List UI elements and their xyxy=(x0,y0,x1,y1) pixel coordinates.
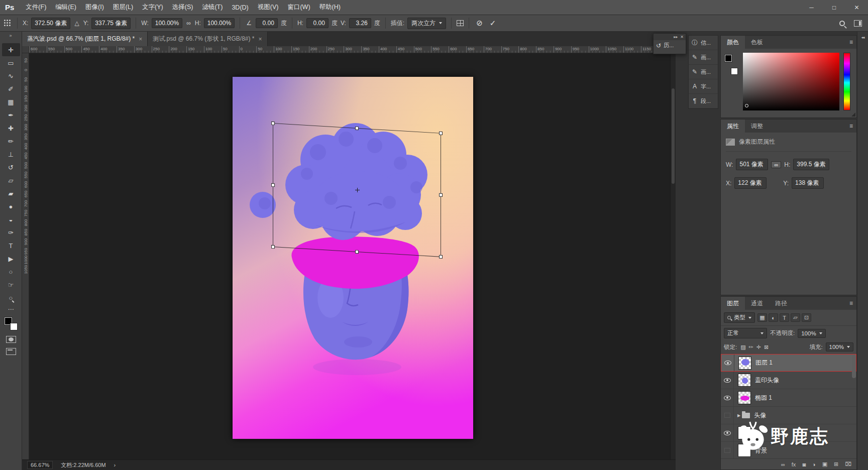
visibility-toggle[interactable] xyxy=(721,442,734,458)
search-icon[interactable] xyxy=(839,21,845,26)
ellipse-tool[interactable]: ○ xyxy=(2,265,20,278)
transform-handle-bottom-right[interactable] xyxy=(439,255,443,259)
lasso-tool[interactable]: ∿ xyxy=(2,69,20,82)
y-position-field[interactable]: 337.75 像素 xyxy=(91,18,131,29)
menu-item[interactable]: 文字(Y) xyxy=(138,0,168,15)
menu-item[interactable]: 滤镜(T) xyxy=(197,0,227,15)
layer-thumbnail[interactable] xyxy=(738,391,751,404)
gradient-tool[interactable]: ▰ xyxy=(2,187,20,200)
lock-pixels-icon[interactable]: ✏ xyxy=(748,344,754,350)
panel-resize-grip[interactable] xyxy=(851,112,855,116)
tab-layers[interactable]: 图层 xyxy=(721,297,745,310)
workspace-switcher-icon[interactable] xyxy=(854,20,862,27)
add-mask-icon[interactable]: ◙ xyxy=(802,461,806,467)
blur-tool[interactable]: ● xyxy=(2,200,20,213)
scrollbar-thumb[interactable] xyxy=(672,88,675,184)
quick-mask-icon[interactable] xyxy=(6,336,16,343)
fill-select[interactable]: 100% xyxy=(826,342,853,351)
layer-thumbnail[interactable] xyxy=(738,357,751,370)
hue-slider[interactable] xyxy=(843,53,850,110)
visibility-toggle[interactable] xyxy=(721,407,734,424)
panel-menu-icon[interactable]: ≡ xyxy=(849,123,853,130)
tab-swatches[interactable]: 色板 xyxy=(745,36,769,49)
layer-y-field[interactable]: 138 像素 xyxy=(792,177,824,189)
tab-adjustments[interactable]: 调整 xyxy=(745,120,769,133)
close-tab-icon[interactable]: × xyxy=(259,36,262,43)
menu-item[interactable]: 图层(L) xyxy=(108,0,138,15)
transform-handle-top-middle[interactable] xyxy=(355,127,359,130)
transform-reference-point[interactable] xyxy=(355,188,360,192)
visibility-toggle[interactable] xyxy=(721,424,734,441)
menu-item[interactable]: 文件(F) xyxy=(21,0,51,15)
menu-item[interactable]: 视图(V) xyxy=(253,0,283,15)
transform-handle-middle-left[interactable] xyxy=(271,183,275,186)
filter-type-layers-icon[interactable]: T xyxy=(780,313,789,322)
crop-tool[interactable]: ▦ xyxy=(2,95,20,108)
transform-handle-top-right[interactable] xyxy=(439,132,443,135)
height-scale-field[interactable]: 100.00% xyxy=(204,18,235,28)
layer-thumbnail[interactable] xyxy=(738,374,751,387)
layer-style-icon[interactable]: fx xyxy=(792,461,796,467)
visibility-toggle[interactable] xyxy=(721,389,734,406)
panel-menu-icon[interactable]: ≡ xyxy=(849,39,853,46)
expand-panel-icon[interactable]: ▸▸ xyxy=(674,35,678,39)
brush-presets-panel-icon[interactable]: ✎ 画... xyxy=(689,65,718,79)
commit-transform-button[interactable]: ✓ xyxy=(488,19,498,28)
color-swatches[interactable] xyxy=(5,317,18,330)
ruler-origin-box[interactable] xyxy=(22,46,29,53)
color-picker-cursor[interactable] xyxy=(745,104,748,107)
delete-layer-icon[interactable]: ⌧ xyxy=(845,461,851,467)
path-selection-tool[interactable]: ▶ xyxy=(2,252,20,265)
filter-shape-layers-icon[interactable]: ▱ xyxy=(791,313,800,322)
collapse-dock-strip[interactable]: ◂◂ xyxy=(857,31,868,470)
status-chevron-icon[interactable]: › xyxy=(114,462,116,468)
layer-row-selected[interactable]: 图层 1 xyxy=(721,354,856,372)
transform-handle-middle-right[interactable] xyxy=(439,193,443,196)
layer-x-field[interactable]: 122 像素 xyxy=(734,177,767,189)
link-dimensions-icon[interactable]: ∞ xyxy=(771,161,781,168)
link-layers-icon[interactable]: ∞ xyxy=(781,461,785,467)
layer-row[interactable]: 椭圆 1 xyxy=(721,389,856,407)
scrollbar-thumb[interactable] xyxy=(852,355,856,378)
type-tool[interactable]: T xyxy=(2,239,20,252)
new-layer-icon[interactable]: ⊞ xyxy=(834,461,838,467)
hand-tool[interactable]: ☞ xyxy=(2,278,20,291)
transform-handle-top-left[interactable] xyxy=(271,122,275,125)
character-panel-icon[interactable]: A 字... xyxy=(689,79,718,94)
background-color-swatch[interactable] xyxy=(10,323,18,330)
menu-item[interactable]: 3D(D) xyxy=(227,0,253,15)
menu-item[interactable]: 编辑(E) xyxy=(51,0,81,15)
reference-point-locator[interactable] xyxy=(4,20,11,27)
pasteboard[interactable] xyxy=(29,53,676,459)
history-brush-tool[interactable]: ↺ xyxy=(2,161,20,174)
dodge-tool[interactable]: ◒ xyxy=(2,213,20,226)
h-skew-field[interactable]: 0.00 xyxy=(306,18,329,28)
eyedropper-tool[interactable]: ✒ xyxy=(2,108,20,122)
warp-mode-icon[interactable] xyxy=(457,20,464,26)
brush-panel-icon[interactable]: ✎ 画... xyxy=(689,50,718,65)
eraser-tool[interactable]: ▱ xyxy=(2,174,20,187)
menu-item[interactable]: 窗口(W) xyxy=(283,0,314,15)
interpolation-select[interactable]: 两次立方 xyxy=(407,18,446,29)
close-button[interactable]: ✕ xyxy=(845,0,868,15)
maximize-button[interactable]: □ xyxy=(823,0,845,15)
panel-menu-icon[interactable]: ≡ xyxy=(849,300,853,307)
collapse-dock-icon[interactable]: ◂◂ xyxy=(857,35,868,40)
group-expander-icon[interactable]: ▶ xyxy=(737,413,740,418)
layer-width-field[interactable]: 501 像素 xyxy=(736,159,768,170)
relative-position-toggle[interactable]: △ xyxy=(73,20,80,27)
lock-all-icon[interactable]: ⊠ xyxy=(764,344,769,350)
brush-tool[interactable]: ✏ xyxy=(2,135,20,148)
opacity-select[interactable]: 100% xyxy=(798,329,825,338)
filter-pixel-layers-icon[interactable]: ▦ xyxy=(757,313,767,322)
cancel-transform-button[interactable]: ⊘ xyxy=(474,19,485,28)
tab-channels[interactable]: 通道 xyxy=(745,297,769,310)
history-panel-button[interactable]: ↺ 历... xyxy=(654,40,686,51)
document-tab-active[interactable]: 蒸汽波.psd @ 66.7% (图层 1, RGB/8#) * × xyxy=(22,32,148,46)
lock-position-icon[interactable]: ✛ xyxy=(756,344,762,350)
info-panel-icon[interactable]: ⓘ 信... xyxy=(689,36,718,50)
transform-handle-bottom-left[interactable] xyxy=(271,245,275,249)
edit-toolbar-icon[interactable]: ⋯ xyxy=(8,306,14,313)
visibility-toggle[interactable] xyxy=(721,372,734,389)
menu-item[interactable]: 选择(S) xyxy=(168,0,198,15)
